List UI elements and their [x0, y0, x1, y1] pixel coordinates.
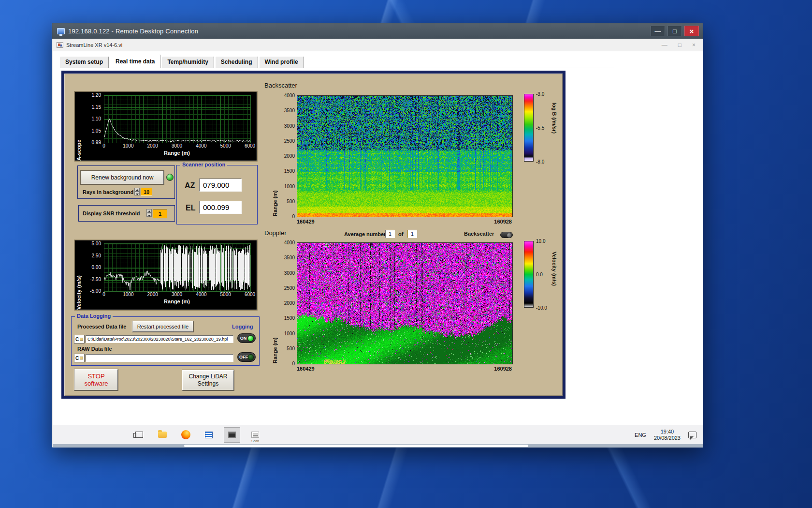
clock-time: 19:40: [654, 429, 681, 435]
maximize-button[interactable]: □: [667, 26, 682, 36]
tab-temp-humidity[interactable]: Temp/humidity: [161, 56, 214, 68]
file-explorer-button[interactable]: [154, 427, 171, 443]
rdp-titlebar[interactable]: 192.168.0.122 - Remote Desktop Connectio…: [52, 23, 703, 39]
tick-label: 2.50: [92, 253, 101, 258]
tick-label: 0.99: [92, 140, 101, 145]
tick-label: -5.5: [536, 125, 544, 131]
backscatter-start-time: 160429: [297, 219, 315, 224]
remote-desktop-icon: [57, 28, 65, 34]
rays-value-field[interactable]: 10: [141, 188, 152, 196]
tab-real-time-data[interactable]: Real time data: [110, 54, 160, 68]
labview-vi-icon: [57, 42, 63, 48]
close-button[interactable]: ×: [684, 26, 699, 36]
doppler-heading: Doppler: [264, 229, 287, 237]
logging-label: Logging: [232, 324, 253, 329]
tick-label: 1.20: [92, 92, 101, 98]
firefox-button[interactable]: [177, 427, 194, 443]
spreadsheet-app-button[interactable]: [201, 427, 217, 443]
processed-drive-button[interactable]: C: [74, 335, 85, 344]
app-titlebar[interactable]: StreamLine XR v14-6.vi — □ ×: [53, 39, 703, 51]
tick-label: 0: [292, 361, 295, 366]
scan-app-button[interactable]: Scan: [247, 427, 263, 443]
tick-label: 3000: [172, 292, 182, 297]
doppler-colorbar: [524, 241, 534, 308]
velocity-x-axis-label: Range (m): [104, 299, 250, 304]
az-value-field[interactable]: 079.000: [199, 179, 242, 192]
folder-icon: [80, 338, 83, 341]
tick-label: 1000: [123, 292, 133, 297]
snr-value-field[interactable]: 1: [153, 209, 167, 218]
folder-icon: [80, 357, 83, 359]
el-value-field[interactable]: 000.099: [199, 201, 242, 214]
task-view-button[interactable]: [131, 427, 147, 443]
spreadsheet-icon: [205, 432, 213, 438]
processed-path-field[interactable]: C:\Lidar\Data\Proc\2023\202308\20230820\…: [86, 335, 233, 343]
backscatter-colorbar-ticks: -3.0-5.5-8.0: [536, 94, 552, 162]
stop-software-button[interactable]: STOPsoftware: [74, 369, 118, 390]
velocity-y-ticks: 5.002.500.00-2.50-5.00: [83, 243, 102, 291]
tick-label: 2000: [147, 143, 158, 149]
ascope-y-ticks: 1.201.151.101.050.99: [83, 95, 102, 142]
tab-system-setup[interactable]: System setup: [59, 56, 109, 68]
desktop: 192.168.0.122 - Remote Desktop Connectio…: [0, 0, 812, 508]
app-close-button[interactable]: ×: [692, 42, 696, 48]
toggle-led-on: [247, 335, 254, 342]
app-restore-button[interactable]: □: [678, 42, 682, 48]
taskbar: Scan ENG 19:40 20/08/2023: [53, 425, 703, 444]
tick-label: 1000: [284, 330, 295, 336]
tick-label: 3500: [284, 255, 295, 260]
tick-label: 1.10: [92, 116, 101, 121]
language-indicator[interactable]: ENG: [635, 432, 646, 438]
tab-wind-profile[interactable]: Wind profile: [259, 56, 304, 68]
raw-logging-toggle[interactable]: OFF: [237, 352, 256, 362]
average-number-field[interactable]: 1: [385, 230, 395, 238]
velocity-y-axis-label: Velocity (m/s): [76, 240, 82, 310]
tick-label: 1.05: [92, 128, 101, 133]
restart-processed-file-button[interactable]: Restart processed file: [132, 321, 193, 332]
tick-label: 1000: [284, 183, 295, 189]
backscatter-display-toggle[interactable]: [500, 232, 513, 238]
average-total-field[interactable]: 1: [407, 230, 417, 238]
clock[interactable]: 19:40 20/08/2023: [654, 429, 681, 441]
tick-label: 1000: [123, 143, 133, 149]
tick-label: 6000: [245, 143, 255, 149]
realtime-data-panel: A-scope 1.201.151.101.050.99 01000200030…: [61, 71, 566, 399]
tick-label: 0.0: [536, 272, 543, 277]
snr-threshold-label: Display SNR threshold: [83, 210, 140, 216]
rdp-window: 192.168.0.122 - Remote Desktop Connectio…: [52, 23, 703, 448]
snr-spinner[interactable]: [146, 209, 152, 217]
task-view-icon: [135, 432, 143, 438]
tick-label: 5000: [220, 143, 231, 149]
firefox-icon: [181, 430, 190, 439]
horizontal-scrollbar-thumb[interactable]: [184, 445, 528, 447]
tick-label: 2500: [284, 138, 295, 143]
raw-path-field[interactable]: [86, 354, 233, 362]
backscatter-plot: [297, 95, 513, 217]
app-minimize-button[interactable]: —: [662, 42, 667, 48]
rays-spinner[interactable]: [134, 188, 140, 195]
tab-scheduling[interactable]: Scheduling: [215, 56, 258, 68]
tick-label: 3000: [172, 143, 182, 149]
data-logging-title: Data Logging: [75, 313, 113, 319]
tick-label: 2000: [284, 153, 295, 159]
velocity-plot: [104, 243, 251, 292]
az-label: AZ: [185, 181, 195, 190]
scan-caption: Scan: [247, 439, 263, 443]
tick-label: -2.50: [90, 276, 101, 282]
remote-desktop-screen: StreamLine XR v14-6.vi — □ × System setu…: [53, 39, 703, 448]
tick-label: 3500: [284, 108, 295, 113]
tick-label: 10.0: [536, 239, 545, 244]
doppler-colorbar-label: Velocity (m/s): [551, 252, 557, 286]
notifications-icon[interactable]: [688, 432, 696, 438]
processed-logging-toggle[interactable]: ON: [237, 333, 256, 343]
renew-background-button[interactable]: Renew background now: [81, 171, 164, 184]
tick-label: -3.0: [536, 91, 544, 97]
active-app-button[interactable]: [224, 427, 240, 443]
raw-drive-button[interactable]: C: [74, 354, 85, 362]
change-lidar-settings-button[interactable]: Change LiDARSettings: [182, 370, 234, 390]
average-number-label: Average number: [344, 231, 386, 237]
minimize-button[interactable]: —: [651, 26, 665, 36]
tick-label: 4000: [196, 143, 206, 149]
backscatter-colorbar-label: log B (/m/sr): [551, 103, 557, 134]
backscatter-y-ticks: 40003500300025002000150010005000: [279, 95, 295, 216]
